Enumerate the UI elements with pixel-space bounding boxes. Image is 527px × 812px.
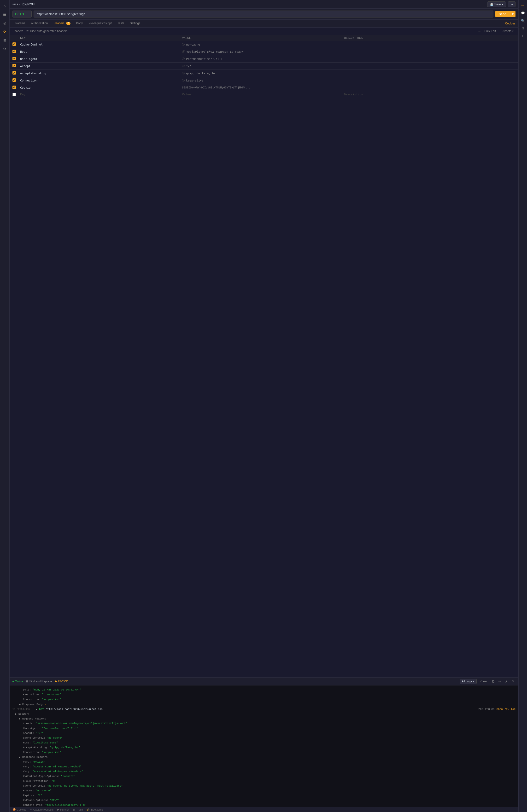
console-more-button[interactable]: ···	[497, 679, 502, 684]
statusbar-bootcamp[interactable]: 🎓 Bootcamp	[87, 808, 103, 811]
row-checkbox-1[interactable]	[13, 42, 16, 46]
table-row: Connection ⓘ keep-alive	[10, 77, 518, 84]
tab-tests[interactable]: Tests	[115, 20, 127, 27]
info-icon-4[interactable]: ⓘ	[182, 64, 185, 68]
table-row: Accept-Encoding ⓘ gzip, deflate, br	[10, 70, 518, 77]
method-select[interactable]: GET ▾	[13, 11, 32, 17]
hide-auto-headers-button[interactable]: 👁 Hide auto-generated headers	[26, 29, 67, 33]
row-value-3: ⓘ PostmanRuntime/7.31.1	[182, 57, 344, 61]
left-sidebar: ⌂ ☰ ◎ ⟳ ⊞ ⚙	[0, 0, 10, 812]
right-icon-edit[interactable]: ✏	[519, 2, 526, 9]
send-chevron-icon: ▾	[512, 12, 514, 16]
runner-icon: ▶	[57, 808, 59, 811]
console-request-headers-section[interactable]: ▶ Request Headers	[10, 716, 518, 721]
eye-icon: 👁	[26, 29, 29, 33]
send-button[interactable]: Send	[495, 11, 510, 17]
all-logs-dropdown[interactable]: All Logs ▾	[460, 679, 476, 684]
online-dot	[13, 681, 14, 682]
row-value-4: ⓘ */*	[182, 64, 344, 68]
sidebar-icon-home[interactable]: ⌂	[1, 2, 9, 10]
console-prev-date: Date: "Mon, 13 Mar 2023 08:30:51 GMT"	[10, 687, 518, 692]
right-icon-search[interactable]: 🔍	[519, 17, 526, 24]
more-options-button[interactable]: ···	[508, 1, 515, 7]
console-res-vary-1: Vary: "Origin"	[10, 759, 518, 764]
console-icon: ▶	[55, 680, 57, 683]
url-bar: GET ▾ Send ▾	[10, 9, 518, 20]
right-icon-info[interactable]: ℹ	[519, 33, 526, 39]
console-prev-keepalive: Keep-Alive: "timeout=60"	[10, 692, 518, 697]
close-console-button[interactable]: ✕	[511, 679, 515, 684]
row-checkbox-5[interactable]	[13, 71, 16, 74]
statusbar-cookies[interactable]: 🍪 Cookies	[13, 808, 26, 811]
console-req-cache-control: Cache-Control: "no-cache"	[10, 736, 518, 740]
external-link-icon[interactable]: ↗	[504, 679, 509, 684]
right-icon-comments[interactable]: 💬	[519, 10, 526, 16]
console-prev-response-body[interactable]: ▶ Response Body ↗	[10, 702, 518, 707]
row-checkbox-2[interactable]	[13, 49, 16, 53]
presets-button[interactable]: Presets ▾	[500, 29, 515, 33]
statusbar-trash[interactable]: 🗑 Trash	[73, 808, 83, 811]
top-bar: recs / 访问restful 💾 Save ▾ ···	[10, 0, 518, 9]
tab-headers[interactable]: Headers 7	[51, 20, 73, 27]
url-input[interactable]	[33, 11, 494, 17]
tab-settings[interactable]: Settings	[127, 20, 143, 27]
info-icon-5[interactable]: ⓘ	[182, 71, 185, 75]
clear-button[interactable]: Clear	[479, 679, 489, 684]
cookie-icon: 🍪	[13, 808, 16, 811]
copy-console-button[interactable]: ⧉	[491, 679, 495, 684]
info-icon-3[interactable]: ⓘ	[182, 57, 185, 61]
row-checkbox-7[interactable]	[13, 86, 16, 89]
empty-row-checkbox[interactable]	[13, 93, 16, 96]
breadcrumb-separator: /	[19, 3, 20, 6]
tab-authorization[interactable]: Authorization	[28, 20, 51, 27]
console-status-code: 200	[478, 708, 483, 711]
save-button[interactable]: 💾 Save ▾	[487, 1, 506, 7]
row-key-3: User-Agent	[20, 57, 182, 61]
console-right: All Logs ▾ Clear ⧉ ··· ↗ ✕	[460, 679, 515, 684]
right-icon-settings[interactable]: ⚙	[519, 25, 526, 32]
console-method: ▶ GET	[36, 708, 44, 711]
sidebar-icon-environments[interactable]: ◎	[1, 19, 9, 27]
info-icon-6[interactable]: ⓘ	[182, 78, 185, 82]
send-dropdown-button[interactable]: ▾	[510, 11, 515, 17]
statusbar-runner[interactable]: ▶ Runner	[57, 808, 69, 811]
cookies-button[interactable]: Cookies	[505, 20, 515, 27]
table-header: KEY VALUE DESCRIPTION	[10, 35, 518, 41]
console-panel: Online ⊞ Find and Replace ▶ Console All …	[10, 677, 518, 807]
find-replace-button[interactable]: ⊞ Find and Replace	[26, 680, 52, 683]
console-req-cookie: Cookie: "SESSION=NWVhODIzNGItMTNlMy00YTE…	[10, 721, 518, 726]
row-value-7: SESSION=NWVhODIzNGItMTNlMy00YTEyLTljMWMt…	[182, 86, 344, 89]
row-checkbox-6[interactable]	[13, 78, 16, 82]
console-entry-main[interactable]: 16:32:54.966 ▶ GET http://localhost:8080…	[10, 707, 518, 712]
sidebar-icon-collections[interactable]: ☰	[1, 11, 9, 18]
bulk-edit-button[interactable]: Bulk Edit	[483, 29, 498, 33]
sidebar-icon-flows[interactable]: ⊞	[1, 37, 9, 44]
headers-label: Headers	[13, 29, 23, 33]
save-dropdown-icon[interactable]: ▾	[502, 3, 503, 6]
info-icon-2[interactable]: ⓘ	[182, 50, 185, 54]
row-checkbox-3[interactable]	[13, 57, 16, 60]
console-tab[interactable]: ▶ Console	[55, 679, 69, 684]
tab-params[interactable]: Params	[13, 20, 28, 27]
row-key-4: Accept	[20, 64, 182, 68]
row-value-2: ⓘ <calculated when request is sent>	[182, 50, 344, 54]
row-value-1: ⓘ no-cache	[182, 43, 344, 46]
col-description: DESCRIPTION	[344, 37, 506, 39]
info-icon-1[interactable]: ⓘ	[182, 43, 185, 46]
console-response-headers-section[interactable]: ▶ Response Headers	[10, 755, 518, 759]
statusbar-capture[interactable]: ⟳ Capture requests	[30, 808, 54, 811]
row-key-7: Cookie	[20, 86, 182, 89]
console-container: Online ⊞ Find and Replace ▶ Console All …	[10, 677, 518, 812]
tab-body[interactable]: Body	[73, 20, 86, 27]
sidebar-icon-settings[interactable]: ⚙	[1, 45, 9, 53]
console-res-vary-2: Vary: "Access-Control-Request-Method"	[10, 764, 518, 769]
tab-pre-request[interactable]: Pre-request Script	[86, 20, 115, 27]
headers-table: Cache-Control ⓘ no-cache Host ⓘ <calcula…	[10, 41, 518, 761]
console-req-accept: Accept: "*/*"	[10, 731, 518, 736]
show-raw-log-button[interactable]: Show raw log	[497, 708, 515, 711]
more-dots-icon[interactable]: ···	[478, 29, 481, 33]
row-checkbox-4[interactable]	[13, 64, 16, 67]
row-key-2: Host	[20, 50, 182, 54]
sidebar-icon-history[interactable]: ⟳	[1, 28, 9, 35]
console-network-section[interactable]: ▶ Network	[10, 712, 518, 716]
